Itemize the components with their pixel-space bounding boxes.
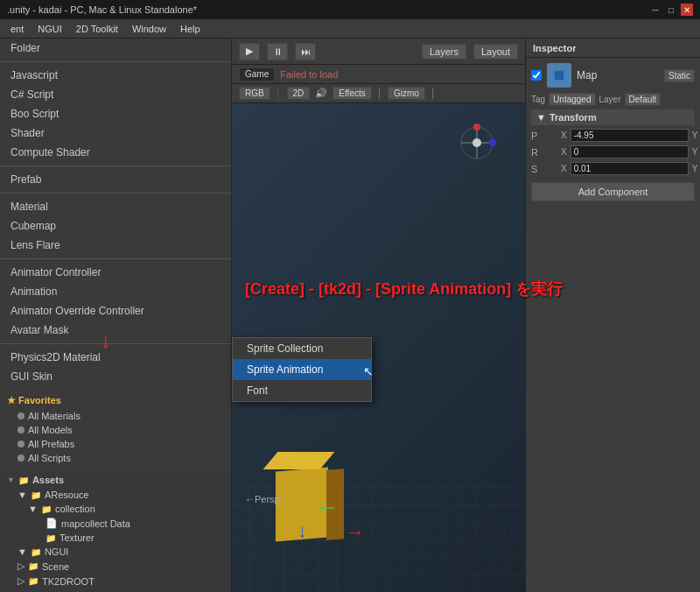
menu-item-animation[interactable]: Animation	[0, 282, 231, 301]
tree-ngui[interactable]: ▼ 📁 NGUI	[0, 545, 231, 559]
audio-icon: 🔊	[315, 88, 327, 99]
tree-tk2droot[interactable]: ▷ 📁 TK2DROOT	[0, 574, 231, 588]
separator5	[0, 343, 231, 344]
menu-item-csharp[interactable]: C# Script	[0, 85, 231, 104]
svg-rect-7	[555, 71, 564, 80]
y-label: Y	[692, 130, 698, 140]
pos-x-field[interactable]	[570, 129, 689, 142]
folder-icon: 📁	[18, 476, 29, 485]
tree-mapcollect[interactable]: 📄 mapcollect Data	[0, 516, 231, 531]
fav-all-prefabs[interactable]: All Prefabs	[0, 437, 231, 451]
submenu-sprite-collection[interactable]: Sprite Collection	[233, 338, 371, 359]
separator3	[0, 193, 231, 194]
maximize-button[interactable]: □	[665, 4, 677, 16]
submenu-sprite-animation[interactable]: Sprite Animation	[233, 359, 371, 380]
menu-item-javascript[interactable]: Javascript	[0, 66, 231, 85]
transform-section: ▼ Transform	[531, 109, 695, 125]
rot-x-field[interactable]	[570, 145, 689, 159]
separator2: │	[377, 88, 382, 98]
menu-item-cubemap[interactable]: Cubemap	[0, 216, 231, 236]
submenu-font[interactable]: Font	[233, 380, 371, 401]
main-layout: Folder Javascript C# Script Boo Script S…	[0, 39, 700, 592]
rgb-btn[interactable]: RGB	[239, 87, 270, 100]
svg-point-5	[472, 138, 481, 147]
game-view-toolbar2: RGB │ 2D 🔊 Effects │ Gizmo │	[232, 84, 525, 103]
fav-all-models[interactable]: All Models	[0, 423, 231, 437]
fav-dot	[18, 426, 24, 433]
effects-btn[interactable]: Effects	[332, 87, 371, 100]
object-name[interactable]: Map	[577, 69, 659, 81]
separator: │	[276, 88, 282, 99]
menu-2dtoolkit[interactable]: 2D Toolkit	[69, 22, 125, 36]
menu-item-prefab[interactable]: Prefab	[0, 170, 231, 189]
minimize-button[interactable]: ─	[649, 4, 662, 16]
scale-x-field[interactable]	[570, 162, 689, 175]
static-badge[interactable]: Static	[664, 69, 695, 82]
fav-dot	[18, 412, 24, 419]
menu-ent[interactable]: ent	[4, 22, 31, 36]
inspector-header: Inspector	[526, 39, 700, 58]
tk2d-submenu: Sprite Collection Sprite Animation Font	[232, 337, 372, 402]
step-button[interactable]: ⏭	[295, 43, 316, 60]
menu-item-boo[interactable]: Boo Script	[0, 104, 231, 123]
position-row: P X Y Z	[531, 129, 695, 142]
toolbar: ▶ ⏸ ⏭ Layers Layout	[232, 39, 525, 65]
position-label: P	[531, 130, 557, 141]
tree-texturer[interactable]: 📁 Texturer	[0, 531, 231, 545]
close-button[interactable]: ✕	[681, 4, 693, 16]
menu-item-avatarmask[interactable]: Avatar Mask	[0, 321, 231, 340]
favorites-section: ★ Favorites All Materials All Models All…	[0, 389, 231, 469]
layers-dropdown[interactable]: Layers	[422, 44, 466, 60]
menu-item-shader[interactable]: Shader	[0, 123, 231, 143]
tree-collection[interactable]: ▼ 📁 collection	[0, 502, 231, 516]
x-label: X	[561, 164, 567, 173]
gizmo-area	[455, 121, 499, 167]
triangle-icon: ▼	[7, 476, 15, 484]
menu-bar: ent NGUI 2D Toolkit Window Help	[0, 19, 700, 39]
svg-point-4	[489, 139, 496, 146]
separator3: │	[430, 88, 436, 98]
menu-item-animator[interactable]: Animator Controller	[0, 263, 231, 282]
game-tab[interactable]: Game	[239, 67, 275, 81]
menu-item-physics2d[interactable]: Physics2D Material	[0, 348, 231, 367]
separator	[0, 61, 231, 62]
menu-help[interactable]: Help	[173, 22, 207, 36]
layout-dropdown[interactable]: Layout	[473, 44, 518, 60]
folder-icon: 📁	[46, 533, 56, 543]
menu-item-folder[interactable]: Folder	[0, 39, 231, 58]
fav-dot	[18, 455, 24, 462]
fav-all-scripts[interactable]: All Scripts	[0, 451, 231, 465]
obj-active-checkbox[interactable]	[531, 70, 542, 81]
menu-item-material[interactable]: Material	[0, 197, 231, 216]
x-label: X	[561, 147, 567, 157]
tree-aresouce[interactable]: ▼ 📁 AResouce	[0, 488, 231, 502]
game-view-toolbar: Game Failed to load	[232, 65, 525, 84]
fav-all-materials[interactable]: All Materials	[0, 409, 231, 423]
menu-item-compute[interactable]: Compute Shader	[0, 143, 231, 162]
pause-button[interactable]: ⏸	[267, 43, 288, 60]
menu-item-lensflare[interactable]: Lens Flare	[0, 236, 231, 255]
rotation-label: R	[531, 147, 557, 158]
y-label: Y	[692, 164, 698, 173]
play-button[interactable]: ▶	[239, 43, 260, 60]
transform-label: Transform	[550, 112, 597, 123]
tree-scene[interactable]: ▷ 📁 Scene	[0, 559, 231, 574]
2d-btn[interactable]: 2D	[287, 87, 311, 100]
tag-dropdown[interactable]: Untagged	[549, 93, 595, 106]
favorites-header: ★ Favorites	[0, 392, 231, 409]
layer-dropdown[interactable]: Default	[625, 93, 662, 106]
menu-window[interactable]: Window	[125, 22, 173, 36]
object-icon	[547, 63, 571, 88]
folder-icon: 📁	[31, 547, 41, 557]
menu-ngui[interactable]: NGUI	[31, 22, 69, 36]
gizmo-btn[interactable]: Gizmo	[388, 87, 425, 100]
title-bar-buttons: ─ □ ✕	[649, 4, 693, 16]
folder-icon: 📁	[41, 504, 52, 514]
x-label: X	[561, 130, 567, 140]
arrow-x: →	[346, 521, 365, 544]
add-component-button[interactable]: Add Component	[531, 182, 695, 201]
right-panel: Inspector Map Static Tag Untagged Laye	[525, 39, 700, 592]
arrow-z: →	[291, 523, 314, 542]
menu-item-guiskin[interactable]: GUI Skin	[0, 367, 231, 386]
menu-item-animoverride[interactable]: Animator Override Controller	[0, 301, 231, 321]
